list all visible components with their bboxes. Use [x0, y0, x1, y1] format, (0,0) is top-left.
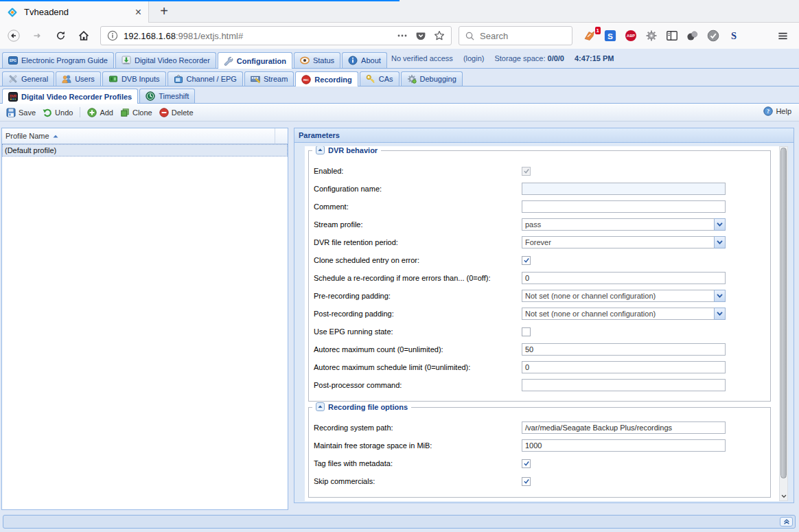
tab-cas[interactable]: CAs	[360, 71, 400, 86]
fieldset-legend: Recording file options	[312, 402, 411, 411]
tab-status[interactable]: Status	[294, 52, 340, 68]
bookmark-star-icon[interactable]	[434, 30, 445, 41]
column-header-profile-name[interactable]: Profile Name	[2, 128, 275, 143]
dvr-toolbar: SaveUndoAddCloneDelete ? Help	[0, 104, 799, 122]
save-icon	[6, 108, 16, 117]
pre-recording-padding-input[interactable]: Not set (none or channel configuration)	[522, 290, 714, 302]
tab-electronic-program-guide[interactable]: EPGElectronic Program Guide	[2, 52, 114, 68]
save-button[interactable]: Save	[3, 106, 39, 119]
use-epg-running-state-checkbox[interactable]	[522, 327, 531, 336]
tab-debugging[interactable]: Debugging	[401, 71, 463, 86]
tab-general[interactable]: General	[2, 71, 54, 86]
pre-recording-padding-combo[interactable]: Not set (none or channel configuration)	[522, 290, 726, 302]
info-icon	[348, 56, 358, 65]
tab-channel-epg[interactable]: Channel / EPG	[167, 71, 243, 86]
scrollbar-track[interactable]	[779, 146, 788, 501]
tab-dvr-profiles[interactable]: DVRDigital Video Recorder Profiles	[2, 89, 138, 104]
fieldset-recording-file-options: Recording file optionsRecording system p…	[308, 407, 771, 498]
clone-button[interactable]: Clone	[117, 106, 156, 119]
recording-system-path-value: /var/media/Seagate Backup Plus/recording…	[525, 424, 672, 432]
page-actions-icon[interactable]	[397, 30, 408, 41]
expand-panel-button[interactable]	[780, 517, 793, 527]
stream-profile-combo[interactable]: pass	[522, 218, 726, 231]
url-bar[interactable]: 192.168.1.68:9981/extjs.html#	[100, 26, 452, 45]
del-icon	[159, 108, 169, 117]
home-button[interactable]	[74, 26, 93, 45]
tab-label: CAs	[379, 75, 393, 83]
undo-button[interactable]: Undo	[39, 106, 76, 119]
tab-digital-video-recorder[interactable]: Digital Video Recorder	[115, 52, 216, 68]
chip-icon	[108, 74, 118, 84]
ext-sidebar-toggle-icon[interactable]	[666, 30, 678, 42]
svg-text:?: ?	[767, 108, 770, 115]
post-processor-command-input[interactable]	[522, 379, 726, 391]
maintain-free-storage-input[interactable]: 1000	[522, 439, 726, 452]
post-recording-padding-input[interactable]: Not set (none or channel configuration)	[522, 308, 714, 320]
ext-s-blue-square-icon[interactable]: S	[604, 30, 616, 42]
add-button[interactable]: Add	[84, 106, 117, 119]
ext-screenshot-icon[interactable]: 1	[583, 30, 596, 42]
skip-commercials-checkbox[interactable]	[522, 477, 531, 486]
dvr-file-retention-period-dropdown-trigger[interactable]	[714, 236, 726, 248]
maintain-free-storage-value: 1000	[525, 441, 542, 450]
add-label: Add	[100, 108, 113, 117]
help-label: Help	[776, 107, 791, 115]
delete-button[interactable]: Delete	[156, 106, 197, 119]
comment-input[interactable]	[522, 200, 726, 213]
configuration-name-input[interactable]	[522, 183, 726, 195]
scroll-down-icon[interactable]	[780, 491, 787, 500]
scrollbar-thumb[interactable]	[780, 148, 787, 478]
comment-label: Comment:	[309, 203, 522, 211]
help-button[interactable]: ? Help	[760, 105, 795, 117]
hamburger-icon	[777, 30, 789, 42]
autorec-maximum-schedule-limit-input[interactable]: 0	[522, 361, 726, 373]
login-link[interactable]: (login)	[463, 54, 485, 62]
collapsed-south-panel	[3, 515, 796, 529]
tab-users[interactable]: Users	[56, 71, 101, 86]
new-tab-button[interactable]: +	[155, 2, 173, 21]
pre-recording-padding-dropdown-trigger[interactable]	[714, 290, 726, 302]
collapse-fieldset-icon[interactable]	[316, 146, 325, 154]
post-recording-padding-dropdown-trigger[interactable]	[714, 308, 726, 320]
tab-stream[interactable]: Stream	[244, 71, 294, 86]
dvr-file-retention-period-input[interactable]: Forever	[522, 236, 714, 248]
stream-profile-input[interactable]: pass	[522, 218, 714, 231]
tab-configuration[interactable]: Configuration	[218, 52, 292, 69]
tag-files-with-metadata-checkbox[interactable]	[522, 459, 531, 468]
menu-button[interactable]	[773, 26, 792, 45]
pocket-icon[interactable]	[415, 30, 426, 41]
reload-button[interactable]	[51, 26, 70, 45]
tab-dvb-inputs[interactable]: DVB Inputs	[102, 71, 166, 86]
recording-system-path-input[interactable]: /var/media/Seagate Backup Plus/recording…	[522, 421, 726, 434]
enabled-checkbox[interactable]	[522, 167, 531, 176]
tab-recording[interactable]: RECRecording	[295, 71, 358, 86]
ext-s-letter-icon[interactable]: S	[728, 30, 740, 42]
browser-tab[interactable]: Tvheadend ×	[0, 1, 149, 23]
add-icon	[87, 108, 97, 117]
collapse-fieldset-icon[interactable]	[316, 402, 325, 411]
dvr-file-retention-period-combo[interactable]: Forever	[522, 236, 726, 248]
post-recording-padding-combo[interactable]: Not set (none or channel configuration)	[522, 308, 726, 320]
re-recording-errors-input[interactable]: 0	[522, 272, 726, 284]
tab-timeshift[interactable]: Timeshift	[139, 89, 195, 103]
tab-label: Digital Video Recorder Profiles	[21, 93, 132, 101]
ext-cookie-spheres-icon[interactable]	[686, 30, 699, 42]
stream-profile-dropdown-trigger[interactable]	[714, 218, 726, 231]
autorec-maximum-count-input[interactable]: 50	[522, 343, 726, 356]
autorec-maximum-schedule-limit-label: Autorec maximum schedule limit (0=unlimi…	[309, 363, 522, 371]
maintain-free-storage-label: Maintain free storage space in MiB:	[309, 441, 522, 450]
help-icon: ?	[763, 106, 773, 116]
clone-scheduled-entry-on-error-checkbox[interactable]	[522, 256, 531, 265]
ext-adblock-plus-icon[interactable]: ABP	[625, 30, 637, 42]
fieldset-legend-label: Recording file options	[328, 403, 408, 411]
search-bar[interactable]: Search	[459, 26, 572, 45]
tab-close-icon[interactable]: ×	[135, 7, 141, 18]
tab-about[interactable]: About	[342, 52, 387, 68]
field-row: Post-processor command:	[309, 376, 770, 394]
forward-button[interactable]	[27, 26, 47, 45]
back-button[interactable]	[4, 26, 23, 45]
ext-settings-gear-icon[interactable]	[645, 30, 658, 42]
site-info-icon[interactable]	[107, 30, 118, 41]
profile-row[interactable]: (Default profile)	[2, 144, 288, 157]
ext-verified-check-icon[interactable]	[707, 30, 719, 42]
